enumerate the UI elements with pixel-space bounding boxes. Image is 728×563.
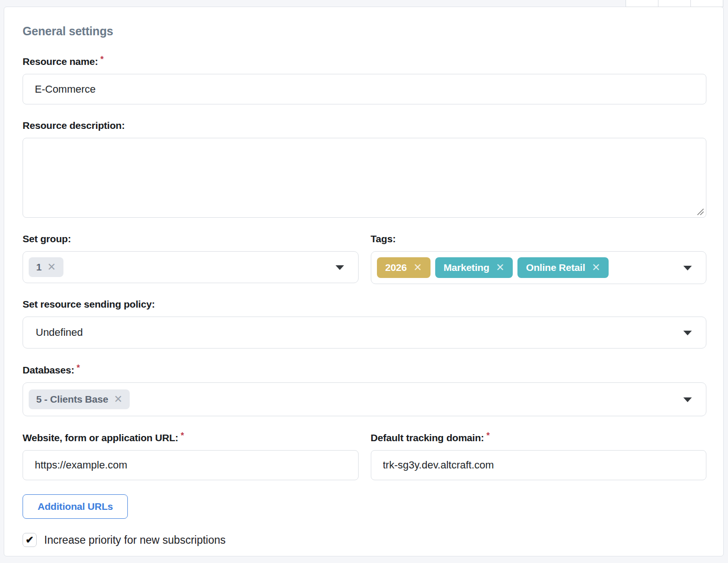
sending-policy-value: Undefined (36, 326, 83, 339)
sending-policy-label: Set resource sending policy: (23, 298, 706, 310)
group-tags-row: Set group: 1✕ Tags: 2026✕ Marketing✕ Onl… (23, 233, 706, 284)
top-toolbar (626, 0, 723, 7)
tracking-domain-label: Default tracking domain:* (371, 429, 707, 444)
required-asterisk: * (180, 431, 184, 440)
general-settings-panel: General settings Resource name:* Resourc… (4, 7, 724, 556)
databases-select[interactable]: 5 - Clients Base✕ (23, 382, 706, 416)
resource-name-input[interactable] (23, 74, 706, 104)
databases-group: Databases:* 5 - Clients Base✕ (23, 362, 706, 416)
resource-description-label: Resource description: (23, 119, 706, 132)
database-chip-text: 5 - Clients Base (36, 394, 108, 405)
chevron-down-icon (683, 397, 692, 402)
chevron-down-icon (683, 266, 692, 270)
additional-urls-group: Additional URLs (23, 494, 706, 519)
tags-field: Tags: 2026✕ Marketing✕ Online Retail✕ (371, 233, 707, 284)
resource-name-label: Resource name:* (23, 53, 706, 68)
toolbar-button[interactable] (626, 0, 658, 7)
databases-label: Databases:* (23, 362, 706, 376)
toolbar-button[interactable] (658, 0, 691, 7)
chevron-down-icon (683, 331, 692, 335)
required-asterisk: * (486, 431, 490, 440)
databases-label-text: Databases: (23, 365, 74, 375)
sending-policy-group: Set resource sending policy: Undefined (23, 298, 706, 349)
remove-chip-icon[interactable]: ✕ (114, 393, 122, 405)
priority-checkbox[interactable]: ✔ (23, 533, 37, 547)
urls-row: Website, form or application URL:* Defau… (23, 429, 706, 480)
remove-tag-icon[interactable]: ✕ (496, 262, 504, 274)
tag-text: Online Retail (526, 262, 585, 273)
additional-urls-button[interactable]: Additional URLs (23, 494, 128, 519)
chevron-down-icon (336, 265, 344, 270)
tracking-domain-label-text: Default tracking domain: (371, 432, 484, 443)
set-group-select[interactable]: 1✕ (23, 251, 359, 283)
priority-checkbox-row: ✔ Increase priority for new subscription… (23, 533, 706, 547)
group-chip: 1✕ (29, 257, 63, 277)
set-group-field: Set group: 1✕ (23, 233, 359, 284)
website-url-field: Website, form or application URL:* (23, 429, 359, 480)
resource-description-group: Resource description: (23, 119, 706, 218)
remove-tag-icon[interactable]: ✕ (592, 262, 600, 274)
set-group-label: Set group: (23, 233, 359, 245)
resource-description-wrap (23, 138, 706, 218)
tag-text: 2026 (385, 262, 407, 273)
remove-chip-icon[interactable]: ✕ (47, 261, 55, 273)
website-url-label-text: Website, form or application URL: (23, 432, 178, 443)
required-asterisk: * (77, 363, 80, 373)
required-asterisk: * (101, 55, 104, 64)
remove-tag-icon[interactable]: ✕ (413, 262, 422, 274)
database-chip: 5 - Clients Base✕ (29, 389, 130, 409)
tracking-domain-input[interactable] (371, 450, 707, 480)
resource-name-label-text: Resource name: (23, 56, 98, 67)
group-chip-text: 1 (36, 262, 41, 273)
priority-checkbox-label: Increase priority for new subscriptions (44, 534, 226, 547)
tags-select[interactable]: 2026✕ Marketing✕ Online Retail✕ (371, 251, 707, 284)
tag-chip: 2026✕ (377, 257, 431, 278)
tag-chip: Online Retail✕ (517, 257, 609, 278)
sending-policy-select[interactable]: Undefined (23, 317, 706, 349)
toolbar-button[interactable] (690, 0, 723, 7)
tag-text: Marketing (444, 262, 489, 273)
website-url-label: Website, form or application URL:* (23, 429, 359, 444)
website-url-input[interactable] (23, 450, 359, 480)
check-icon: ✔ (25, 535, 34, 545)
tags-label: Tags: (371, 233, 707, 245)
tracking-domain-field: Default tracking domain:* (371, 429, 707, 480)
panel-title: General settings (23, 24, 706, 38)
resource-description-textarea[interactable] (23, 138, 706, 218)
resource-name-group: Resource name:* (23, 53, 706, 104)
tag-chip: Marketing✕ (435, 257, 513, 278)
